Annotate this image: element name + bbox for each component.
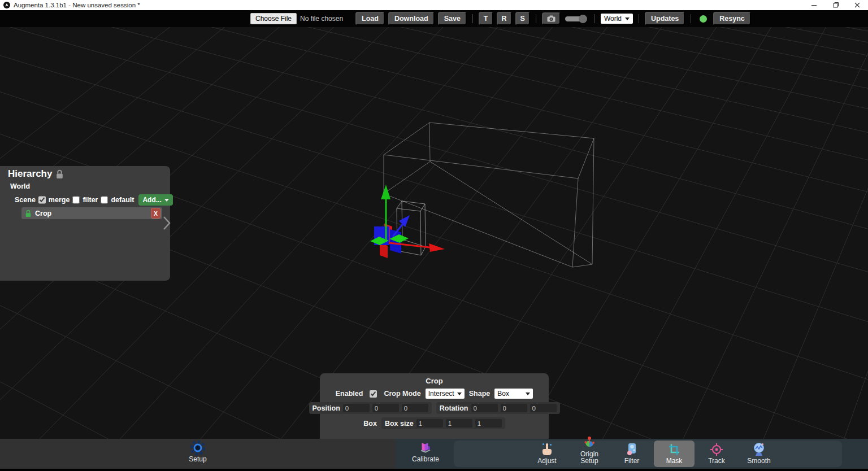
filter-checkbox[interactable] [72, 196, 80, 204]
slider-knob[interactable] [579, 15, 587, 23]
space-select[interactable]: World [601, 14, 633, 24]
rotation-label: Rotation [440, 404, 468, 412]
maximize-button[interactable] [825, 0, 847, 10]
nav-item-adjust[interactable]: Adjust [527, 441, 567, 467]
updates-button[interactable]: Updates [645, 12, 685, 25]
box-size-y-input[interactable] [446, 419, 472, 428]
lock-icon[interactable] [55, 169, 64, 179]
crop-mode-label: Crop Mode [384, 390, 420, 398]
bottom-nav-right: Calibrate Adjust [396, 439, 868, 469]
merge-label: merge [49, 196, 70, 204]
position-label: Position [313, 404, 340, 412]
filter-label: filter [83, 196, 98, 204]
add-node-label: Add... [142, 196, 161, 204]
box-size-label: Box size [385, 420, 414, 428]
nav-item-calibrate[interactable]: Calibrate [405, 439, 446, 465]
merge-checkbox[interactable] [38, 196, 46, 204]
scene-row: Scene merge filter default Add... [12, 194, 166, 206]
nav-group: Adjust Origin Setup [454, 441, 842, 467]
nav-item-setup[interactable]: Setup [177, 439, 218, 465]
default-checkbox[interactable] [101, 196, 108, 204]
crop-settings-panel: Crop Enabled Crop Mode Intersect Shape B… [320, 373, 549, 439]
app-window: Augmenta 1.3.1b1 - New unsaved session *… [0, 0, 868, 471]
nav-item-label: Smooth [747, 457, 770, 465]
position-z-input[interactable] [402, 404, 428, 412]
position-y-input[interactable] [372, 404, 399, 412]
minimize-button[interactable] [804, 0, 825, 10]
hierarchy-title: Hierarchy [8, 168, 52, 180]
choose-file-button[interactable]: Choose File [250, 13, 297, 24]
shape-label: Shape [469, 390, 491, 398]
position-x-input[interactable] [343, 404, 370, 412]
rotation-group: Rotation [436, 402, 560, 414]
hierarchy-item-crop[interactable]: Crop X [21, 207, 162, 219]
nav-item-smooth[interactable]: Smooth [739, 441, 779, 467]
crop-frame-icon [667, 442, 681, 457]
save-button[interactable]: Save [438, 12, 467, 25]
scale-button[interactable]: S [515, 12, 530, 25]
enabled-checkbox[interactable] [370, 390, 377, 398]
download-button[interactable]: Download [388, 12, 435, 25]
chevron-down-icon [457, 393, 462, 395]
position-group: Position [309, 402, 432, 414]
building-icon [418, 441, 433, 455]
toolbar-separator [691, 14, 691, 23]
add-node-button[interactable]: Add... [138, 194, 172, 206]
crosshair-icon [709, 442, 724, 457]
toolbar-separator [594, 14, 595, 23]
box-size-x-input[interactable] [416, 419, 443, 428]
enabled-label: Enabled [336, 390, 363, 398]
chevron-down-icon [164, 199, 169, 202]
window-title: Augmenta 1.3.1b1 - New unsaved session * [14, 2, 140, 8]
box-size-group: Box size [381, 417, 505, 429]
map-pin-icon [583, 435, 596, 450]
close-icon[interactable] [847, 0, 868, 10]
nav-item-label: Origin Setup [575, 451, 604, 465]
translate-button[interactable]: T [479, 12, 493, 25]
gizmo-plane-red-bottom[interactable] [380, 243, 388, 258]
green-lock-icon[interactable] [25, 210, 32, 217]
chevron-down-icon [625, 18, 630, 20]
transform-gizmo[interactable] [370, 185, 445, 258]
hierarchy-item-label: Crop [35, 210, 51, 217]
orb-icon [752, 442, 766, 457]
nav-item-mask[interactable]: Mask [654, 441, 695, 467]
rotation-z-input[interactable] [530, 404, 557, 412]
scene-label: Scene [15, 196, 36, 204]
shape-select[interactable]: Box [494, 389, 533, 399]
nav-item-filter[interactable]: Filter [611, 441, 652, 467]
rotate-button[interactable]: R [497, 12, 512, 25]
nav-item-label: Mask [666, 457, 683, 465]
delete-item-button[interactable]: X [151, 208, 160, 219]
hand-icon [540, 442, 554, 457]
rotation-y-input[interactable] [501, 404, 527, 412]
load-button[interactable]: Load [355, 12, 385, 25]
crop-panel-title: Crop [320, 373, 549, 385]
titlebar: Augmenta 1.3.1b1 - New unsaved session * [0, 0, 868, 10]
nav-item-label: Track [708, 457, 725, 465]
nav-item-track[interactable]: Track [696, 441, 737, 467]
panel-collapse-chevron[interactable] [162, 215, 172, 232]
gear-icon [190, 441, 205, 455]
nav-item-label: Filter [624, 457, 640, 465]
box-section-label: Box [363, 420, 377, 428]
filter-icon [625, 442, 639, 457]
bottom-nav-left: Setup [0, 439, 396, 469]
camera-opacity-slider[interactable] [565, 16, 585, 21]
nav-item-origin-setup[interactable]: Origin Setup [569, 441, 610, 467]
app-logo-icon [3, 2, 10, 8]
crop-mode-select[interactable]: Intersect [426, 389, 465, 399]
crop-mode-value: Intersect [428, 390, 454, 398]
file-status-text: No file chosen [300, 15, 343, 23]
camera-button[interactable] [542, 12, 561, 25]
default-label: default [111, 196, 134, 204]
rotation-x-input[interactable] [471, 404, 498, 412]
hierarchy-panel: Hierarchy World Scene merge filter defau… [0, 166, 170, 281]
toolbar-separator [536, 14, 536, 23]
resync-button[interactable]: Resync [713, 12, 750, 25]
box-size-z-input[interactable] [475, 419, 502, 428]
hierarchy-root-label: World [10, 182, 30, 190]
top-toolbar: Choose File No file chosen Load Download… [0, 10, 868, 27]
bottom-nav: Setup Calibrate [0, 439, 868, 469]
space-select-value: World [604, 15, 622, 23]
